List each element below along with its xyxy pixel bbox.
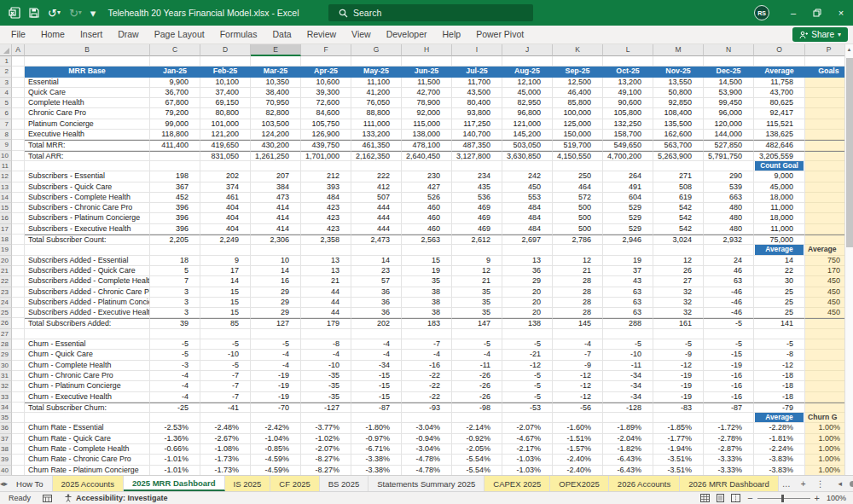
row-label-14[interactable]: Subscribers - Complete Health xyxy=(25,193,150,203)
cell-month-19-11[interactable] xyxy=(653,245,704,255)
cell-value-10-12[interactable]: 5,791,750 xyxy=(704,151,754,161)
accessibility-status[interactable]: Accessibility: Investigate xyxy=(64,494,168,502)
cell-A21[interactable] xyxy=(12,266,25,276)
cell-value-3-5[interactable]: 11,100 xyxy=(351,78,402,88)
zoom-level[interactable]: 100% xyxy=(824,494,846,502)
table-header-month-7[interactable]: Jul-25 xyxy=(452,67,502,77)
cell-month-35-3[interactable] xyxy=(251,413,301,423)
cell-value-14-11[interactable]: 619 xyxy=(653,193,704,203)
cell-value-30-6[interactable]: -16 xyxy=(402,361,452,371)
cell-value-14-7[interactable]: 536 xyxy=(452,193,502,203)
cell-value-26-11[interactable]: 161 xyxy=(653,318,704,328)
row-header-38[interactable]: 38 xyxy=(0,444,12,455)
cell-value-28-5[interactable]: -4 xyxy=(351,339,402,350)
cell-value-31-3[interactable]: -19 xyxy=(251,371,301,381)
cell-value-21-9[interactable]: 21 xyxy=(553,266,603,276)
cell-value-20-12[interactable]: 24 xyxy=(704,256,754,266)
cell-month-35-12[interactable] xyxy=(704,413,754,423)
cell-A18[interactable] xyxy=(12,235,25,245)
row-header-12[interactable]: 12 xyxy=(0,171,12,182)
cell-value-38-2[interactable]: -1.08% xyxy=(200,444,251,455)
cell-value-23-4[interactable]: 44 xyxy=(301,287,351,298)
table-header-average[interactable]: Average xyxy=(754,67,805,77)
cell-value-14-1[interactable]: 452 xyxy=(150,193,200,203)
cell-value-16-2[interactable]: 404 xyxy=(200,213,251,223)
row-label-9[interactable]: Total MRR: xyxy=(25,140,150,150)
cell-value-32-9[interactable]: -12 xyxy=(553,381,603,391)
cell-month-19-9[interactable] xyxy=(553,245,603,255)
cell-value-25-9[interactable]: 28 xyxy=(553,308,603,318)
cell-A10[interactable] xyxy=(12,151,25,161)
cell-value-28-3[interactable]: -5 xyxy=(251,339,301,350)
cell-value-32-1[interactable]: -4 xyxy=(150,381,200,391)
cell-value-38-8[interactable]: -2.17% xyxy=(502,444,553,455)
cell-value-8-4[interactable]: 126,900 xyxy=(301,130,351,140)
sheet-tab-cf-2025[interactable]: CF 2025 xyxy=(270,476,319,491)
cell-value-21-11[interactable]: 26 xyxy=(653,266,704,276)
cell-value-24-8[interactable]: 20 xyxy=(502,298,553,308)
cell-value-10-10[interactable]: 4,700,200 xyxy=(603,151,653,161)
cell-value-26-3[interactable]: 127 xyxy=(251,318,301,328)
cell-value-16-10[interactable]: 529 xyxy=(603,213,653,223)
cell-month-35-8[interactable] xyxy=(502,413,553,423)
cell-value-21-8[interactable]: 36 xyxy=(502,266,553,276)
cell-value-15-3[interactable]: 414 xyxy=(251,203,301,213)
cell-value-37-3[interactable]: -1.04% xyxy=(251,434,301,444)
cell-A22[interactable] xyxy=(12,276,25,287)
cell-value-4-10[interactable]: 49,100 xyxy=(603,88,653,98)
cell-value-40-6[interactable]: -4.78% xyxy=(402,466,452,475)
row-header-9[interactable]: 9 xyxy=(0,140,12,150)
cell-value-30-10[interactable]: -11 xyxy=(603,361,653,371)
cell-value-34-1[interactable]: -25 xyxy=(150,403,200,413)
sheet-tab-2026-accounts[interactable]: 2026 Accounts xyxy=(609,476,680,491)
cell-value-24-5[interactable]: 36 xyxy=(351,298,402,308)
cell-value-5-6[interactable]: 78,900 xyxy=(402,98,452,108)
row-label-23[interactable]: Subscribers Added - Chronic Care Pro xyxy=(25,287,150,298)
cell-month-35-7[interactable] xyxy=(452,413,502,423)
cell-value-33-11[interactable]: -19 xyxy=(653,392,704,403)
row-label-10[interactable]: Total ARR: xyxy=(25,151,150,161)
ribbon-tab-review[interactable]: Review xyxy=(299,26,344,43)
cell-A6[interactable] xyxy=(12,108,25,119)
cell-value-22-9[interactable]: 28 xyxy=(553,276,603,287)
cell-value-20-1[interactable]: 18 xyxy=(150,256,200,266)
zoom-in-icon[interactable]: + xyxy=(815,494,820,503)
row-header-7[interactable]: 7 xyxy=(0,119,12,130)
cell-value-20-2[interactable]: 9 xyxy=(200,256,251,266)
cell-A38[interactable] xyxy=(12,444,25,455)
cell-value-38-3[interactable]: -0.85% xyxy=(251,444,301,455)
cell-value-24-11[interactable]: 32 xyxy=(653,298,704,308)
cell-value-36-2[interactable]: -2.48% xyxy=(200,423,251,433)
table-header-month-3[interactable]: Mar-25 xyxy=(251,67,301,77)
cell-value-7-5[interactable]: 111,000 xyxy=(351,119,402,130)
cell-month-27-4[interactable] xyxy=(301,329,351,339)
cell-value-30-9[interactable]: -9 xyxy=(553,361,603,371)
ribbon-tab-power-pivot[interactable]: Power Pivot xyxy=(468,26,531,43)
cell-month-35-11[interactable] xyxy=(653,413,704,423)
column-header-O[interactable]: O xyxy=(754,44,805,56)
cell-value-39-9[interactable]: -2.40% xyxy=(553,455,603,465)
cell-value-34-11[interactable]: -83 xyxy=(653,403,704,413)
cell-month-27-11[interactable] xyxy=(653,329,704,339)
cell-value-12-1[interactable]: 198 xyxy=(150,171,200,182)
cell-month-11-9[interactable] xyxy=(553,161,603,171)
cell-value-5-8[interactable]: 82,950 xyxy=(502,98,553,108)
row-header-24[interactable]: 24 xyxy=(0,298,12,308)
cell-value-28-2[interactable]: -5 xyxy=(200,339,251,350)
cell-value-16-11[interactable]: 542 xyxy=(653,213,704,223)
cell-A30[interactable] xyxy=(12,361,25,371)
cell-A32[interactable] xyxy=(12,381,25,391)
cell-value-9-6[interactable]: 478,100 xyxy=(402,140,452,150)
cell-value-7-6[interactable]: 115,000 xyxy=(402,119,452,130)
cell-average-26[interactable]: 141 xyxy=(754,318,805,328)
cell-value-25-4[interactable]: 44 xyxy=(301,308,351,318)
cell-value-14-3[interactable]: 473 xyxy=(251,193,301,203)
cell-value-10-3[interactable]: 1,261,250 xyxy=(251,151,301,161)
cell-average-9[interactable]: 482,646 xyxy=(754,140,805,150)
cell-value-38-9[interactable]: -1.57% xyxy=(553,444,603,455)
cell-value-14-4[interactable]: 484 xyxy=(301,193,351,203)
cell-A37[interactable] xyxy=(12,434,25,444)
cell-month-1-6[interactable] xyxy=(402,56,452,67)
vertical-scrollbar[interactable]: ▲ xyxy=(844,44,853,475)
cell-average-28[interactable]: -5 xyxy=(754,339,805,350)
